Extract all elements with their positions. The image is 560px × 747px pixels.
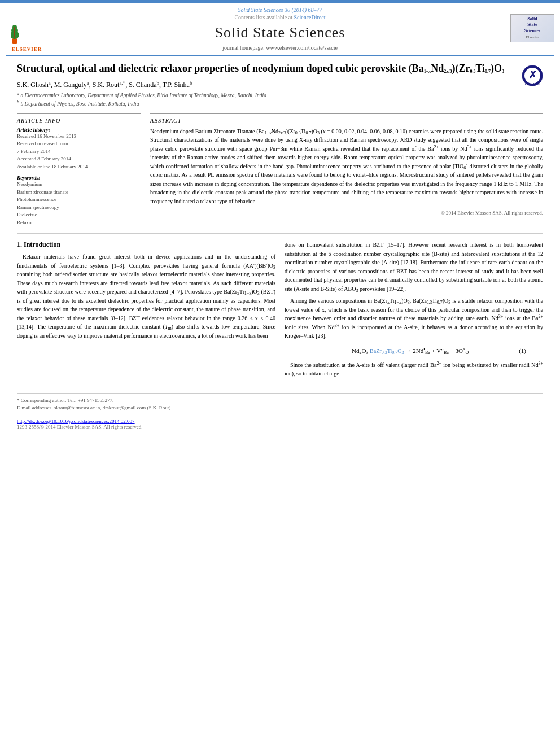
authors: S.K. Ghosha, M. Gangulya, S.K. Routa,*, … bbox=[17, 81, 543, 89]
crossmark-icon: ✗ CrossMark bbox=[522, 65, 543, 86]
section-divider bbox=[17, 233, 543, 234]
keywords-section: Keywords: Neodymium Barium zirconate tit… bbox=[17, 175, 141, 226]
intro-left: 1. Introduction Relaxor materials have f… bbox=[17, 241, 275, 382]
journal-ref-text: Solid State Sciences 30 (2014) 68–77 bbox=[238, 7, 322, 13]
article-title: Structural, optical and dielectric relax… bbox=[17, 62, 543, 75]
abstract-text: Neodymium doped Barium Zirconate Titanat… bbox=[150, 127, 543, 206]
introduction-section: 1. Introduction Relaxor materials have f… bbox=[17, 241, 543, 382]
svg-text:CrossMark: CrossMark bbox=[525, 82, 540, 86]
intro-paragraph-3: Since the substitution at the A-site is … bbox=[285, 361, 543, 378]
elsevier-logo: ELSEVIER bbox=[11, 23, 42, 52]
email-label: E-mail addresses: bbox=[17, 405, 53, 410]
doi-link[interactable]: http://dx.doi.org/10.1016/j.solidstatesc… bbox=[17, 418, 135, 424]
footer-note: * Corresponding author. Tel.: +91 947155… bbox=[17, 397, 543, 412]
sss-subtitle: Elsevier bbox=[513, 35, 552, 40]
copyright-notice: © 2014 Elsevier Masson SAS. All rights r… bbox=[150, 210, 543, 216]
available-date: Available online 18 February 2014 bbox=[17, 163, 141, 171]
contents-link: Contents lists available at ScienceDirec… bbox=[234, 14, 325, 20]
article-history: Article history: Received 16 November 20… bbox=[17, 127, 141, 171]
title-text: Structural, optical and dielectric relax… bbox=[17, 63, 504, 74]
equation-number: (1) bbox=[519, 347, 526, 354]
intro-paragraph-2: done on homovalent substitution in BZT [… bbox=[285, 241, 543, 340]
intro-section-title: 1. Introduction bbox=[17, 241, 275, 249]
contents-label: Contents lists available at bbox=[234, 14, 292, 20]
page: Solid State Sciences 30 (2014) 68–77 ELS… bbox=[0, 0, 560, 747]
header-content: Contents lists available at ScienceDirec… bbox=[6, 14, 554, 51]
journal-header: ELSEVIER Contents lists available at Sci… bbox=[6, 14, 554, 56]
revised-date: 7 February 2014 bbox=[17, 148, 141, 156]
article-footer: * Corresponding author. Tel.: +91 947155… bbox=[17, 393, 543, 430]
svg-text:✗: ✗ bbox=[528, 69, 537, 81]
issn-copyright: 1293-2558/© 2014 Elsevier Masson SAS. Al… bbox=[17, 424, 143, 430]
elsevier-text: ELSEVIER bbox=[12, 46, 42, 52]
affiliations: a a Electroceramics Laboratory, Departme… bbox=[17, 91, 543, 108]
svg-rect-0 bbox=[12, 38, 17, 44]
keyword-bzt: Barium zirconate titanate bbox=[17, 189, 141, 196]
sss-logo: SolidStateSciences Elsevier bbox=[510, 14, 554, 42]
sss-title: SolidStateSciences bbox=[513, 16, 552, 34]
keywords-label: Keywords: bbox=[17, 175, 141, 181]
history-label: Article history: bbox=[17, 127, 141, 133]
accepted-date: Accepted 8 February 2014 bbox=[17, 155, 141, 163]
keyword-relaxor: Relaxor bbox=[17, 219, 141, 227]
keyword-raman: Raman spectroscopy bbox=[17, 204, 141, 212]
equation-content: Nd2O3 BaZr0.3Ti0.7O3→ 2Nd•Ba + V″Ba + 3O… bbox=[301, 346, 519, 355]
received-date: Received 16 November 2013 bbox=[17, 133, 141, 141]
article-body: Structural, optical and dielectric relax… bbox=[0, 56, 560, 387]
article-info-header: Article Info bbox=[17, 117, 141, 124]
intro-paragraph-1: Relaxor materials have found great inter… bbox=[17, 252, 275, 340]
affiliation-b: b b Department of Physics, Bose Institut… bbox=[17, 100, 543, 108]
abstract-column: Abstract Neodymium doped Barium Zirconat… bbox=[150, 113, 543, 227]
email-line: E-mail addresses: skrout@bitmesra.ac.in,… bbox=[17, 404, 543, 412]
section-label: Introduction bbox=[24, 241, 60, 248]
keyword-dielectric: Dielectric bbox=[17, 211, 141, 219]
article-info-abstract: Article Info Article history: Received 1… bbox=[17, 113, 543, 227]
affiliation-a: a a Electroceramics Laboratory, Departme… bbox=[17, 91, 543, 99]
journal-title: Solid State Sciences bbox=[215, 24, 345, 41]
revised-label: Received in revised form bbox=[17, 140, 141, 148]
abstract-header: Abstract bbox=[150, 117, 543, 124]
corresponding-author: * Corresponding author. Tel.: +91 947155… bbox=[17, 397, 543, 405]
keyword-neodymium: Neodymium bbox=[17, 181, 141, 189]
sciencedirect-link[interactable]: ScienceDirect bbox=[294, 14, 325, 20]
homepage-line: journal homepage: www.elsevier.com/locat… bbox=[222, 45, 338, 51]
section-number: 1. bbox=[17, 241, 22, 248]
intro-right: done on homovalent substitution in BZT [… bbox=[285, 241, 543, 382]
journal-reference: Solid State Sciences 30 (2014) 68–77 bbox=[0, 3, 560, 14]
email-addresses: skrout@bitmesra.ac.in, drskrout@gmail.co… bbox=[54, 405, 172, 410]
keyword-pl: Photoluminescence bbox=[17, 196, 141, 204]
article-info-column: Article Info Article history: Received 1… bbox=[17, 113, 141, 227]
footer-bottom: http://dx.doi.org/10.1016/j.solidstatesc… bbox=[17, 416, 543, 430]
homepage-text: journal homepage: www.elsevier.com/locat… bbox=[222, 45, 338, 51]
equation-1: Nd2O3 BaZr0.3Ti0.7O3→ 2Nd•Ba + V″Ba + 3O… bbox=[301, 346, 526, 355]
elsevier-graphic bbox=[11, 23, 42, 45]
